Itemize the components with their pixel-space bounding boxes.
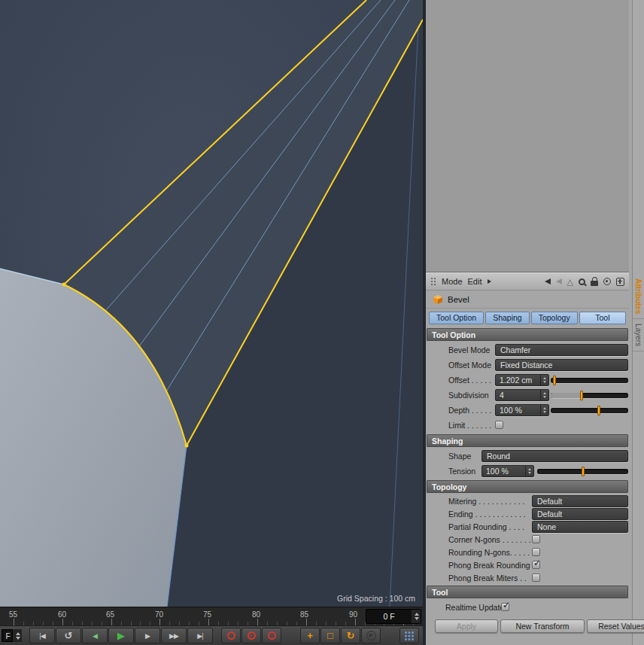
subdivision-spinner[interactable] — [540, 390, 548, 400]
loop-button[interactable]: ↺ — [56, 628, 81, 643]
play-button[interactable]: ▶ — [108, 628, 134, 643]
section-header-topology[interactable]: Topology — [427, 480, 628, 493]
section-header-tool[interactable]: Tool — [427, 586, 628, 598]
scale-icon: □ — [327, 630, 333, 641]
user-data-menu-icon[interactable] — [488, 279, 491, 284]
frame-field-spinner[interactable] — [412, 610, 421, 623]
record-position-toggle[interactable]: + — [300, 628, 320, 643]
frame-number-stepper[interactable] — [13, 629, 22, 642]
viewport[interactable]: Grid Spacing : 100 cm — [0, 0, 423, 607]
field-label: Mitering . . . . . . . . . . . — [448, 497, 525, 506]
tab-topology[interactable]: Topology — [531, 312, 578, 324]
autokey-icon — [248, 631, 256, 640]
depth-spinner[interactable] — [540, 405, 548, 415]
field-label: Bevel Mode — [448, 345, 490, 354]
goto-end-button[interactable]: ▶| — [187, 628, 213, 643]
fast-forward-button[interactable]: ▶▶ — [161, 628, 187, 643]
keyframe-selection-button[interactable] — [262, 628, 281, 643]
history-back-icon[interactable] — [545, 278, 551, 284]
new-panel-icon[interactable] — [616, 278, 624, 286]
lock-icon[interactable] — [591, 281, 598, 286]
timeline-ruler[interactable]: 55 60 65 70 75 80 85 90 0 F — [0, 607, 423, 625]
apply-button[interactable]: Apply — [435, 619, 498, 633]
row-offset-mode: Offset Mode Fixed Distance — [426, 357, 629, 373]
depth-slider[interactable] — [551, 408, 628, 413]
offset-spinner[interactable] — [540, 375, 548, 385]
record-keyframes-button[interactable] — [221, 628, 241, 643]
subdivision-slider-handle[interactable] — [580, 391, 583, 400]
subdivision-input[interactable]: 4 — [495, 389, 549, 401]
row-subdivision: Subdivision 4 — [426, 388, 629, 403]
position-icon: + — [307, 630, 313, 641]
field-label: Partial Rounding . . . . — [448, 522, 524, 531]
bevel-vertex[interactable] — [185, 444, 189, 448]
tab-tool-option[interactable]: Tool Option — [429, 312, 484, 324]
offset-input[interactable]: 1.202 cm — [495, 374, 549, 386]
phong-break-miters-checkbox[interactable] — [532, 574, 540, 582]
offset-slider[interactable] — [551, 378, 628, 383]
depth-input[interactable]: 100 % — [495, 404, 549, 416]
ending-dropdown[interactable]: Default — [532, 508, 628, 520]
new-transform-button[interactable]: New Transform — [500, 619, 585, 633]
frame-number-field[interactable]: F — [2, 629, 13, 642]
partial-rounding-dropdown[interactable]: None — [532, 521, 628, 533]
next-frame-button[interactable]: ▶ — [135, 628, 160, 643]
record-pla-toggle[interactable] — [399, 628, 419, 643]
focus-icon[interactable] — [603, 278, 611, 285]
row-ending: Ending . . . . . . . . . . . . Default — [426, 507, 629, 520]
record-parameter-toggle[interactable]: P — [361, 628, 381, 643]
record-rotation-toggle[interactable]: ↻ — [341, 628, 360, 643]
edit-menu[interactable]: Edit — [468, 277, 482, 286]
mode-menu[interactable]: Mode — [442, 277, 463, 286]
attribute-mode-bar: Mode Edit — [426, 272, 629, 291]
section-header-tool-option[interactable]: Tool Option — [427, 328, 628, 341]
tension-slider-handle[interactable] — [582, 467, 585, 476]
tab-layers[interactable]: Layers — [633, 319, 644, 351]
tension-input[interactable]: 100 % — [481, 465, 534, 477]
mitering-dropdown[interactable]: Default — [532, 495, 628, 507]
row-offset: Offset . . . . . 1.202 cm — [426, 373, 629, 388]
section-header-shaping[interactable]: Shaping — [427, 434, 628, 447]
field-label: Ending . . . . . . . . . . . . — [448, 510, 526, 519]
subdivision-slider[interactable] — [551, 393, 628, 398]
rotation-icon: ↻ — [347, 630, 355, 641]
record-scale-toggle[interactable]: □ — [320, 628, 340, 643]
depth-slider-handle[interactable] — [597, 406, 600, 415]
current-frame-value: 0 F — [366, 612, 412, 621]
autokeying-button[interactable] — [242, 628, 261, 643]
reset-values-button[interactable]: Reset Values — [587, 619, 644, 633]
shape-dropdown[interactable]: Round — [481, 450, 628, 462]
tension-slider[interactable] — [537, 469, 628, 474]
row-depth: Depth . . . . . 100 % — [426, 403, 629, 418]
play-backwards-button[interactable]: ◀ — [82, 628, 108, 643]
attributes-panel: Attributes Layers Mode Edit — [423, 0, 644, 645]
current-frame-field[interactable]: 0 F — [366, 609, 421, 624]
search-icon[interactable] — [579, 278, 585, 285]
row-realtime-update: Realtime Update ✓ — [426, 600, 629, 615]
viewport-canvas[interactable] — [0, 0, 423, 607]
row-limit: Limit . . . . . . — [426, 418, 629, 433]
tab-tool[interactable]: Tool — [579, 312, 626, 324]
field-label: Realtime Update — [445, 603, 504, 612]
tension-spinner[interactable] — [525, 466, 533, 476]
offset-mode-dropdown[interactable]: Fixed Distance — [495, 359, 628, 371]
filter-icon[interactable] — [567, 277, 573, 287]
goto-start-button[interactable]: |◀ — [29, 628, 55, 643]
phong-break-rounding-checkbox[interactable]: ✓ — [532, 561, 540, 569]
bevel-vertex[interactable] — [62, 283, 66, 287]
field-label: Tension — [448, 467, 475, 476]
row-phong-break-miters: Phong Break Miters . . — [426, 571, 629, 584]
bevel-mode-dropdown[interactable]: Chamfer — [495, 344, 628, 356]
tab-shaping[interactable]: Shaping — [485, 312, 530, 324]
history-forward-icon[interactable] — [556, 278, 562, 284]
panel-tab-strip: Attributes Layers — [632, 0, 644, 645]
row-shape: Shape Round — [426, 449, 629, 464]
attribute-tabs: Tool Option Shaping Topology Tool — [426, 309, 629, 327]
tab-attributes[interactable]: Attributes — [633, 274, 644, 319]
limit-checkbox[interactable] — [495, 421, 503, 429]
realtime-update-checkbox[interactable]: ✓ — [501, 603, 509, 611]
offset-slider-handle[interactable] — [553, 376, 556, 385]
panel-grip-icon[interactable] — [430, 277, 436, 286]
corner-ngons-checkbox[interactable] — [532, 535, 540, 543]
rounding-ngons-checkbox[interactable] — [532, 548, 540, 556]
